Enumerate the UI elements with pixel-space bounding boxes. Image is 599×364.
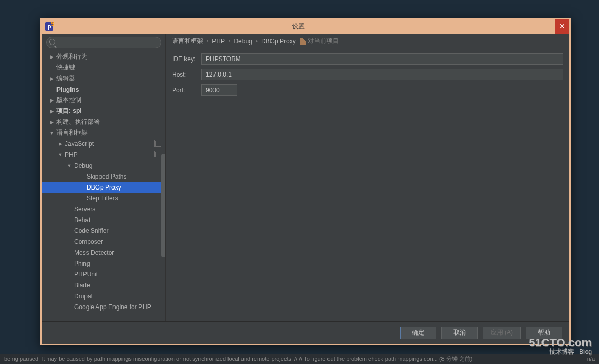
watermark-line2a: 技术博客 <box>549 348 574 355</box>
search-wrap <box>42 34 165 50</box>
tree-item[interactable]: PHPUnit <box>42 269 165 280</box>
tree-item[interactable]: ▶构建、执行部署 <box>42 117 165 127</box>
settings-form: IDE key: Host: Port: <box>166 49 569 104</box>
port-input[interactable] <box>201 84 237 96</box>
chevron-right-icon: › <box>229 38 230 44</box>
sidebar: ▶外观和行为快捷键▶编辑器Plugins▶版本控制▶项目: spi▶构建、执行部… <box>42 34 166 321</box>
tree-item-label: Skipped Paths <box>87 173 126 180</box>
breadcrumb-part[interactable]: Debug <box>234 38 252 45</box>
tree-item[interactable]: ▶项目: spi <box>42 106 165 117</box>
tree-item-label: Phing <box>74 260 90 267</box>
chevron-down-icon: ▼ <box>67 163 72 168</box>
idekey-label: IDE key: <box>172 55 201 63</box>
tree-item-label: DBGp Proxy <box>87 184 121 191</box>
chevron-right-icon: ▶ <box>49 98 54 103</box>
tree-item[interactable]: Skipped Paths <box>42 171 165 182</box>
tree-item-label: PHP <box>65 151 78 158</box>
chevron-right-icon: › <box>207 38 208 44</box>
tree-item[interactable]: Drupal <box>42 290 165 301</box>
tree-item[interactable]: ▼PHP <box>42 149 165 160</box>
tree-item[interactable]: ▶JavaScript <box>42 138 165 149</box>
tree-item-label: PHPUnit <box>74 271 98 278</box>
tree-item[interactable]: 快捷键 <box>42 62 165 73</box>
tree-item-label: 版本控制 <box>56 96 81 105</box>
chevron-right-icon: ▶ <box>49 76 54 81</box>
tree-item-label: Debug <box>74 162 92 169</box>
tree-item-label: Behat <box>74 216 90 224</box>
tree-item[interactable]: ▼语言和框架 <box>42 127 165 138</box>
tree-item-label: Drupal <box>74 293 92 300</box>
search-icon <box>49 39 55 45</box>
tree-item-label: Step Filters <box>87 195 118 202</box>
status-message: being paused: It may be caused by path m… <box>4 355 574 363</box>
breadcrumb-part[interactable]: DBGp Proxy <box>261 38 296 45</box>
tree-item[interactable]: Plugins <box>42 84 165 95</box>
tree-item[interactable]: Blade <box>42 280 165 290</box>
port-label: Port: <box>172 86 201 94</box>
apply-button[interactable]: 应用 (A) <box>483 327 521 339</box>
tree-item[interactable]: ▼Debug <box>42 160 165 171</box>
tree-item-label: Composer <box>74 238 103 245</box>
cancel-button[interactable]: 取消 <box>441 327 478 339</box>
dialog-body: ▶外观和行为快捷键▶编辑器Plugins▶版本控制▶项目: spi▶构建、执行部… <box>42 34 569 344</box>
status-bar: being paused: It may be caused by path m… <box>0 354 599 364</box>
ok-button[interactable]: 确定 <box>400 327 436 339</box>
watermark-line2b: Blog <box>579 348 592 355</box>
breadcrumb-part[interactable]: 语言和框架 <box>172 37 203 46</box>
tree-item[interactable]: Google App Engine for PHP <box>42 301 165 312</box>
form-row-idekey: IDE key: <box>172 53 563 65</box>
tree-item[interactable]: Phing <box>42 258 165 269</box>
app-icon: p <box>45 22 53 31</box>
tree-item-label: 外观和行为 <box>56 52 88 61</box>
status-right: n/a <box>574 356 595 362</box>
host-input[interactable] <box>201 69 563 80</box>
tree-item[interactable]: Mess Detector <box>42 247 165 258</box>
settings-tree[interactable]: ▶外观和行为快捷键▶编辑器Plugins▶版本控制▶项目: spi▶构建、执行部… <box>42 50 165 321</box>
tree-item-label: Code Sniffer <box>74 227 109 235</box>
settings-dialog: p 设置 ✕ ▶外观和行为快捷键▶编辑器Plugins▶版本控制▶项目: spi… <box>40 18 571 345</box>
form-row-host: Host: <box>172 69 563 80</box>
project-scope-icon <box>155 152 161 157</box>
tree-item[interactable]: Servers <box>42 203 165 214</box>
tree-item-label: Google App Engine for PHP <box>74 303 151 311</box>
tree-item[interactable]: ▶编辑器 <box>42 73 165 84</box>
chevron-right-icon: ▶ <box>49 120 54 125</box>
tree-item[interactable]: Step Filters <box>42 193 165 203</box>
dialog-footer: 确定 取消 应用 (A) 帮助 <box>42 321 569 344</box>
watermark-line1: 51CTO.com <box>529 337 592 348</box>
titlebar: p 设置 ✕ <box>42 19 569 34</box>
host-label: Host: <box>172 71 201 78</box>
tree-item[interactable]: DBGp Proxy <box>42 182 165 193</box>
tree-item-label: Servers <box>74 206 95 213</box>
chevron-right-icon: ▶ <box>49 109 54 114</box>
tree-item-label: JavaScript <box>65 140 94 148</box>
close-button[interactable]: ✕ <box>555 19 569 34</box>
tree-item-label: 语言和框架 <box>56 128 88 137</box>
main-panel: 语言和框架 › PHP › Debug › DBGp Proxy 对当前项目 I… <box>166 34 569 321</box>
chevron-right-icon: › <box>256 38 258 44</box>
project-scope-label: 对当前项目 <box>308 37 339 46</box>
search-input[interactable] <box>46 37 161 48</box>
breadcrumb-part[interactable]: PHP <box>212 38 225 45</box>
chevron-down-icon: ▼ <box>49 130 54 136</box>
tree-scrollbar[interactable] <box>161 154 165 257</box>
watermark: 51CTO.com 技术博客 Blog <box>529 337 592 355</box>
project-scope-icon <box>155 141 161 147</box>
idekey-input[interactable] <box>201 53 563 65</box>
tree-item-label: 编辑器 <box>56 74 75 83</box>
tree-item-label: 项目: spi <box>56 107 82 115</box>
tree-item[interactable]: Behat <box>42 214 165 225</box>
tree-item[interactable]: Composer <box>42 236 165 247</box>
tree-item-label: Mess Detector <box>74 249 114 256</box>
breadcrumb: 语言和框架 › PHP › Debug › DBGp Proxy 对当前项目 <box>166 34 569 49</box>
tree-item-label: Blade <box>74 282 90 289</box>
project-icon <box>300 38 306 45</box>
tree-item[interactable]: ▶版本控制 <box>42 95 165 106</box>
tree-item-label: Plugins <box>56 86 79 93</box>
window-title: 设置 <box>42 22 555 31</box>
chevron-right-icon: ▶ <box>49 54 54 60</box>
chevron-down-icon: ▼ <box>58 152 63 157</box>
tree-item[interactable]: ▶外观和行为 <box>42 51 165 62</box>
tree-item[interactable]: Code Sniffer <box>42 225 165 236</box>
chevron-right-icon: ▶ <box>58 141 63 147</box>
